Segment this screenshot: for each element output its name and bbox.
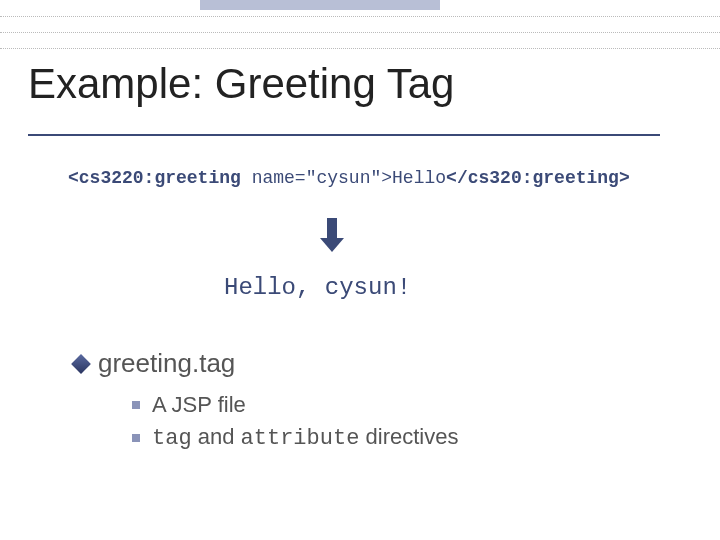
code-keyword: attribute	[241, 426, 360, 451]
text-fragment: and	[198, 424, 241, 449]
diamond-bullet-icon	[71, 354, 91, 374]
code-body: Hello	[392, 168, 446, 188]
list-item: greeting.tag	[74, 348, 235, 379]
list-item-label: greeting.tag	[98, 348, 235, 379]
text-fragment: directives	[366, 424, 459, 449]
slide-title: Example: Greeting Tag	[28, 60, 454, 108]
output-text: Hello, cysun!	[224, 274, 411, 301]
sub-list-item: A JSP file	[132, 392, 458, 418]
decorative-top-bar	[200, 0, 440, 10]
code-keyword: tag	[152, 426, 192, 451]
square-bullet-icon	[132, 401, 140, 409]
sub-list-item-label: tag and attribute directives	[152, 424, 458, 451]
dotted-rule	[0, 48, 720, 49]
code-example: <cs3220:greeting name="cysun">Hello</cs3…	[68, 168, 630, 188]
code-open-tag: <cs3220:greeting	[68, 168, 241, 188]
code-close-tag: </cs320:greeting>	[446, 168, 630, 188]
down-arrow-icon	[320, 218, 344, 252]
title-underline	[28, 134, 660, 136]
sub-list-item-label: A JSP file	[152, 392, 246, 418]
code-attr: name="cysun">	[241, 168, 392, 188]
sub-list: A JSP file tag and attribute directives	[132, 392, 458, 457]
sub-list-item: tag and attribute directives	[132, 424, 458, 451]
dotted-rule	[0, 16, 720, 17]
dotted-rule	[0, 32, 720, 33]
square-bullet-icon	[132, 434, 140, 442]
